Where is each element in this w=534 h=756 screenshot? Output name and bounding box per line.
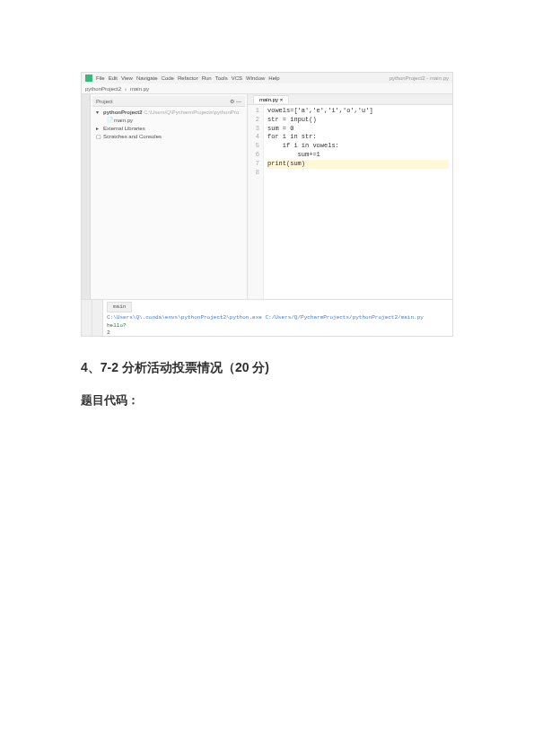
menu-navigate[interactable]: Navigate bbox=[136, 75, 158, 81]
ide-titlebar: File Edit View Navigate Code Refactor Ru… bbox=[82, 73, 452, 84]
tree-scratches[interactable]: ▢Scratches and Consoles bbox=[96, 133, 241, 141]
menu-refactor[interactable]: Refactor bbox=[178, 75, 198, 81]
code-line: sum = 0 bbox=[267, 125, 449, 134]
line-gutter: 1 2 3 4 5 6 7 8 bbox=[248, 105, 264, 299]
tree-file-main[interactable]: 📄main.py bbox=[96, 117, 241, 125]
console-exec-path: C:\Users\Q\.conda\envs\pythonProject2\py… bbox=[107, 314, 449, 321]
console-tab[interactable]: main bbox=[107, 302, 132, 312]
menu-file[interactable]: File bbox=[96, 75, 105, 81]
folder-icon: ▾ bbox=[96, 109, 101, 117]
menu-help[interactable]: Help bbox=[268, 75, 279, 81]
question-heading: 4、7-2 分析活动投票情况（20 分) bbox=[81, 360, 453, 376]
run-panel: main C:\Users\Q\.conda\envs\pythonProjec… bbox=[82, 299, 452, 337]
window-title: pythonProject2 - main.py bbox=[390, 75, 449, 81]
project-tree: ▾pythonProject2 C:\Users\Q\PycharmProjec… bbox=[92, 107, 245, 143]
scratch-icon: ▢ bbox=[96, 133, 101, 141]
chevron-icon: › bbox=[125, 86, 127, 92]
tab-main[interactable]: main.py × bbox=[253, 95, 289, 103]
gear-icon[interactable]: ⚙ — bbox=[230, 98, 241, 104]
app-icon bbox=[85, 75, 92, 82]
run-toolbar-2 bbox=[92, 300, 103, 337]
run-toolbar bbox=[82, 300, 92, 337]
sidebar-header: Project ⚙ — bbox=[92, 96, 245, 107]
question-sub: 题目代码： bbox=[81, 392, 453, 409]
editor-pane: main.py × 1 2 3 4 5 6 7 8 vowe bbox=[248, 94, 452, 299]
crumb-project[interactable]: pythonProject2 bbox=[85, 86, 121, 92]
ide-body: Project ⚙ — ▾pythonProject2 C:\Users\Q\P… bbox=[82, 94, 452, 299]
ide-screenshot: File Edit View Navigate Code Refactor Ru… bbox=[81, 72, 453, 337]
editor-tabs: main.py × bbox=[248, 94, 452, 105]
close-icon[interactable]: × bbox=[280, 97, 284, 102]
menu-tools[interactable]: Tools bbox=[215, 75, 228, 81]
menu-vcs[interactable]: VCS bbox=[232, 75, 242, 81]
document-page: File Edit View Navigate Code Refactor Ru… bbox=[0, 0, 534, 409]
chevron-right-icon: ▸ bbox=[96, 125, 101, 133]
tool-strip-left bbox=[82, 94, 91, 299]
tree-external-libs[interactable]: ▸External Libraries bbox=[96, 125, 241, 133]
code-line: sum+=1 bbox=[267, 151, 449, 160]
code-line: vowels=['a','e','i','o','u'] bbox=[267, 107, 449, 116]
menu-code[interactable]: Code bbox=[162, 75, 174, 81]
crumb-file[interactable]: main.py bbox=[130, 86, 149, 92]
console-output[interactable]: main C:\Users\Q\.conda\envs\pythonProjec… bbox=[103, 300, 452, 337]
tree-project-root[interactable]: ▾pythonProject2 C:\Users\Q\PycharmProjec… bbox=[96, 109, 241, 117]
python-file-icon: 📄 bbox=[107, 117, 112, 125]
menu-window[interactable]: Window bbox=[246, 75, 265, 81]
menu-bar: File Edit View Navigate Code Refactor Ru… bbox=[96, 75, 280, 81]
console-result: 2 bbox=[107, 330, 449, 337]
code-lines: vowels=['a','e','i','o','u'] str = input… bbox=[264, 105, 452, 299]
menu-run[interactable]: Run bbox=[202, 75, 212, 81]
code-line: str = input() bbox=[267, 116, 449, 125]
console-input: hello? bbox=[107, 322, 449, 330]
code-line-active: print(sum) bbox=[267, 160, 449, 169]
code-line: if i in vowels: bbox=[267, 142, 449, 151]
project-sidebar: Project ⚙ — ▾pythonProject2 C:\Users\Q\P… bbox=[91, 94, 248, 299]
breadcrumb: pythonProject2 › main.py bbox=[82, 84, 452, 94]
code-line: for i in str: bbox=[267, 133, 449, 142]
menu-edit[interactable]: Edit bbox=[109, 75, 118, 81]
code-editor[interactable]: 1 2 3 4 5 6 7 8 vowels=['a','e','i','o',… bbox=[248, 105, 452, 299]
menu-view[interactable]: View bbox=[121, 75, 133, 81]
